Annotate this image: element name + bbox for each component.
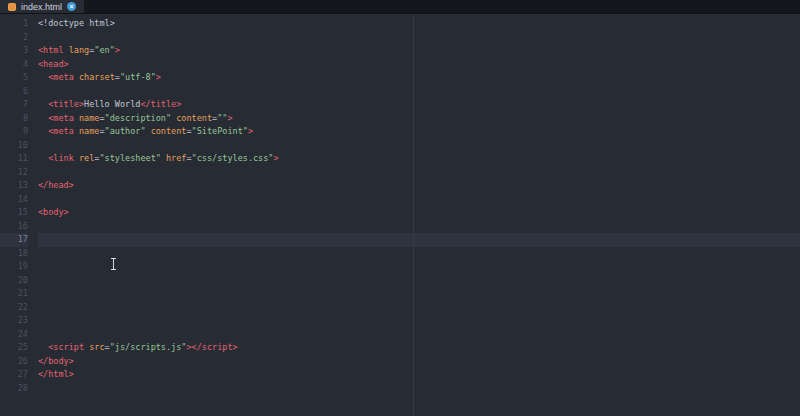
token-attr: lang	[64, 45, 90, 55]
token-plain: Hello World	[84, 99, 140, 109]
code-line[interactable]	[38, 274, 800, 288]
code-line[interactable]: <meta name="description" content="">	[38, 112, 800, 126]
line-number[interactable]: 2	[0, 31, 28, 45]
token-attr: name	[74, 113, 100, 123]
line-number[interactable]: 6	[0, 85, 28, 99]
code-line[interactable]	[38, 233, 800, 247]
line-number[interactable]: 11	[0, 152, 28, 166]
line-number[interactable]: 18	[0, 247, 28, 261]
line-number[interactable]: 19	[0, 260, 28, 274]
token-attr: content	[171, 113, 212, 123]
line-number[interactable]: 21	[0, 287, 28, 301]
token-tag: ></script>	[186, 342, 237, 352]
token-string: "en"	[94, 45, 114, 55]
token-string: "css/styles.css"	[192, 153, 274, 163]
token-plain	[38, 113, 48, 123]
token-string: "author"	[105, 126, 146, 136]
line-number[interactable]: 9	[0, 125, 28, 139]
token-attr: href	[161, 153, 187, 163]
token-string: "stylesheet"	[99, 153, 160, 163]
token-tag: </body>	[38, 356, 74, 366]
editor-window: index.html × 123456789101112131415161718…	[0, 0, 800, 416]
code-line[interactable]	[38, 301, 800, 315]
token-tag: </head>	[38, 180, 74, 190]
code-line[interactable]: <!doctype html>	[38, 17, 800, 31]
token-plain	[38, 153, 48, 163]
token-plain	[38, 126, 48, 136]
token-tag: <meta	[48, 126, 74, 136]
code-line[interactable]: <link rel="stylesheet" href="css/styles.…	[38, 152, 800, 166]
code-line[interactable]	[38, 314, 800, 328]
token-plain	[38, 342, 48, 352]
line-number[interactable]: 23	[0, 314, 28, 328]
code-line[interactable]	[38, 328, 800, 342]
code-line[interactable]: <title>Hello World</title>	[38, 98, 800, 112]
line-number[interactable]: 3	[0, 44, 28, 58]
line-number[interactable]: 5	[0, 71, 28, 85]
line-number[interactable]: 7	[0, 98, 28, 112]
line-number[interactable]: 16	[0, 220, 28, 234]
code-line[interactable]	[38, 382, 800, 396]
token-attr: charset	[74, 72, 115, 82]
code-line[interactable]	[38, 193, 800, 207]
code-area[interactable]: <!doctype html><html lang="en"><head> <m…	[34, 17, 800, 416]
code-line[interactable]	[38, 260, 800, 274]
line-number[interactable]: 25	[0, 341, 28, 355]
code-line[interactable]	[38, 85, 800, 99]
line-number[interactable]: 15	[0, 206, 28, 220]
code-line[interactable]	[38, 166, 800, 180]
tab-title: index.html	[21, 2, 62, 12]
line-number[interactable]: 17	[0, 233, 28, 247]
ruler-line	[413, 14, 414, 416]
line-number[interactable]: 13	[0, 179, 28, 193]
line-number[interactable]: 20	[0, 274, 28, 288]
code-line[interactable]: <html lang="en">	[38, 44, 800, 58]
code-line[interactable]: </body>	[38, 355, 800, 369]
code-line[interactable]: <meta charset="utf-8">	[38, 71, 800, 85]
editor-area[interactable]: 1234567891011121314151617181920212223242…	[0, 14, 800, 416]
tab-index-html[interactable]: index.html ×	[0, 0, 84, 13]
token-string: "utf-8"	[120, 72, 156, 82]
token-tag: >	[273, 153, 278, 163]
line-number[interactable]: 4	[0, 58, 28, 72]
token-attr: rel	[74, 153, 94, 163]
code-line[interactable]	[38, 247, 800, 261]
line-number[interactable]: 27	[0, 368, 28, 382]
line-number[interactable]: 10	[0, 139, 28, 153]
line-number[interactable]: 24	[0, 328, 28, 342]
code-line[interactable]: </html>	[38, 368, 800, 382]
code-line[interactable]: <head>	[38, 58, 800, 72]
token-tag: <head>	[38, 59, 69, 69]
code-line[interactable]	[38, 287, 800, 301]
code-line[interactable]: <script src="js/scripts.js"></script>	[38, 341, 800, 355]
tab-close-button[interactable]: ×	[67, 2, 76, 11]
token-tag: >	[156, 72, 161, 82]
token-tag: </title>	[140, 99, 181, 109]
line-number[interactable]: 1	[0, 17, 28, 31]
token-tag: <title>	[48, 99, 84, 109]
token-string: "js/scripts.js"	[110, 342, 187, 352]
code-line[interactable]: </head>	[38, 179, 800, 193]
line-number[interactable]: 14	[0, 193, 28, 207]
line-number[interactable]: 12	[0, 166, 28, 180]
line-number[interactable]: 26	[0, 355, 28, 369]
html-file-icon	[8, 3, 16, 11]
token-tag: <script	[48, 342, 84, 352]
code-line[interactable]: <body>	[38, 206, 800, 220]
token-tag: </html>	[38, 369, 74, 379]
line-number[interactable]: 22	[0, 301, 28, 315]
line-number[interactable]: 8	[0, 112, 28, 126]
code-line[interactable]	[38, 31, 800, 45]
code-line[interactable]	[38, 139, 800, 153]
gutter: 1234567891011121314151617181920212223242…	[0, 17, 34, 416]
token-tag: <meta	[48, 113, 74, 123]
token-tag: >	[227, 113, 232, 123]
token-tag: <link	[48, 153, 74, 163]
token-string: "SitePoint"	[192, 126, 248, 136]
line-number[interactable]: 28	[0, 382, 28, 396]
code-line[interactable]	[38, 220, 800, 234]
tab-bar: index.html ×	[0, 0, 800, 14]
token-tag: >	[115, 45, 120, 55]
code-line[interactable]: <meta name="author" content="SitePoint">	[38, 125, 800, 139]
token-plain: <!doctype html>	[38, 18, 115, 28]
